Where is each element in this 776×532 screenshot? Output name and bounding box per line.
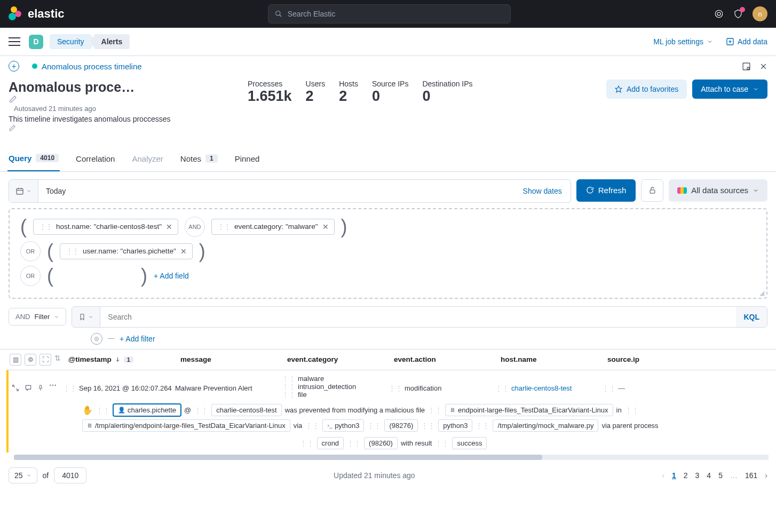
sort-icon[interactable]: ⇅ xyxy=(54,354,61,366)
page-number[interactable]: 4 xyxy=(707,471,711,480)
nav-toggle-icon[interactable] xyxy=(9,37,20,46)
pid-token[interactable]: (98276) xyxy=(384,419,418,432)
more-actions-icon[interactable] xyxy=(49,384,57,392)
drag-handle-icon[interactable]: ⋮⋮ xyxy=(96,406,110,414)
data-sources-button[interactable]: All data sources xyxy=(669,179,767,202)
ml-job-settings-button[interactable]: ML job settings xyxy=(653,37,713,46)
drag-handle-icon[interactable]: ⋮⋮ xyxy=(421,422,435,430)
drag-handle-icon[interactable]: ⋮⋮ xyxy=(625,406,639,414)
tab-correlation[interactable]: Correlation xyxy=(75,148,116,171)
parent-process-token[interactable]: crond xyxy=(317,437,344,449)
col-timestamp[interactable]: @timestamp 1 xyxy=(68,355,180,363)
global-search-input[interactable]: Search Elastic xyxy=(268,4,511,23)
path-token[interactable]: /tmp/alerting/mock_malware.py xyxy=(493,419,598,432)
process-token[interactable]: ›_python3 xyxy=(322,419,364,432)
page-number[interactable]: 1 xyxy=(672,471,676,480)
drag-handle-icon[interactable]: ⋮⋮ xyxy=(66,247,78,256)
new-timeline-button[interactable]: + xyxy=(9,61,19,72)
drag-handle-icon[interactable]: ⋮⋮ xyxy=(282,391,296,399)
col-host-name[interactable]: host.name xyxy=(501,355,607,363)
drag-handle-icon[interactable]: ⋮⋮ xyxy=(602,384,616,392)
user-avatar[interactable]: n xyxy=(753,6,767,21)
drag-handle-icon[interactable]: ⋮⋮ xyxy=(347,439,361,447)
result-token[interactable]: success xyxy=(452,437,487,449)
pin-row-icon[interactable] xyxy=(37,384,44,392)
page-number[interactable]: 2 xyxy=(684,471,688,480)
tab-pinned[interactable]: Pinned xyxy=(234,148,261,171)
drag-handle-icon[interactable]: ⋮⋮ xyxy=(217,223,230,231)
col-event-category[interactable]: event.category xyxy=(287,355,394,363)
drag-handle-icon[interactable]: ⋮⋮ xyxy=(194,406,208,414)
show-dates-link[interactable]: Show dates xyxy=(514,187,571,195)
saved-query-icon[interactable] xyxy=(72,307,100,327)
timeline-title-link[interactable]: Anomalous process timeline xyxy=(42,62,142,71)
add-filter-link[interactable]: + Add filter xyxy=(120,335,155,343)
file-token[interactable]: 🗎endpoint-large-files_TestData_EicarVari… xyxy=(445,404,613,416)
filter-chip-eventcategory[interactable]: ⋮⋮ event.category: "malware" ✕ xyxy=(211,219,335,235)
horizontal-scrollbar[interactable] xyxy=(14,455,769,460)
resize-handle-icon[interactable]: ◢ xyxy=(759,289,764,297)
host-link[interactable]: charlie-centos8-test xyxy=(511,384,572,392)
elastic-logo[interactable]: elastic xyxy=(9,6,65,21)
page-number[interactable]: 3 xyxy=(695,471,700,480)
filter-chip-username[interactable]: ⋮⋮ user.name: "charles.pichette" ✕ xyxy=(60,243,193,259)
add-to-favorites-button[interactable]: Add to favorites xyxy=(606,80,687,99)
breadcrumb-security[interactable]: Security xyxy=(50,34,95,49)
host-token[interactable]: charlie-centos8-test xyxy=(211,404,281,416)
remove-chip-icon[interactable]: ✕ xyxy=(322,223,329,231)
close-flyout-icon[interactable] xyxy=(759,62,767,70)
remove-chip-icon[interactable]: ✕ xyxy=(166,223,172,231)
tab-analyzer[interactable]: Analyzer xyxy=(131,148,164,171)
operator-or[interactable]: OR xyxy=(20,241,41,261)
tab-notes[interactable]: Notes 1 xyxy=(179,148,219,171)
drag-handle-icon[interactable]: ⋮⋮ xyxy=(282,375,296,383)
drag-handle-icon[interactable]: ⋮⋮ xyxy=(300,439,314,447)
notes-row-icon[interactable] xyxy=(25,384,32,392)
drag-handle-icon[interactable]: ⋮⋮ xyxy=(282,383,296,391)
calendar-icon[interactable] xyxy=(9,180,38,202)
filter-chip-hostname[interactable]: ⋮⋮ host.name: "charlie-centos8-test" ✕ xyxy=(33,219,178,235)
operator-and[interactable]: AND xyxy=(185,217,205,237)
table-settings-icon[interactable]: ⚙ xyxy=(25,354,36,366)
page-size-selector[interactable]: 25 xyxy=(9,467,37,483)
drag-handle-icon[interactable]: ⋮⋮ xyxy=(435,439,449,447)
tab-query[interactable]: Query 4010 xyxy=(7,148,60,171)
col-source-ip[interactable]: source.ip xyxy=(607,355,671,363)
drag-handle-icon[interactable]: ⋮⋮ xyxy=(367,422,381,430)
operator-or[interactable]: OR xyxy=(20,266,41,286)
drag-handle-icon[interactable]: ⋮⋮ xyxy=(63,384,77,392)
fullscreen-icon[interactable]: ⛶ xyxy=(39,354,51,366)
expand-timeline-icon[interactable] xyxy=(742,62,751,71)
space-badge[interactable]: D xyxy=(29,35,43,49)
page-number-last[interactable]: 161 xyxy=(745,471,757,480)
col-message[interactable]: message xyxy=(180,355,287,363)
add-field-link[interactable]: + Add field xyxy=(154,272,189,280)
date-range-picker[interactable]: Today Show dates xyxy=(9,179,571,203)
attach-to-case-button[interactable]: Attach to case xyxy=(692,80,767,99)
help-icon[interactable] xyxy=(714,9,724,19)
and-filter-pill[interactable]: AND Filter xyxy=(9,308,66,325)
path-token[interactable]: 🗎/tmp/alerting/endpoint-large-files_Test… xyxy=(82,419,290,432)
drag-handle-icon[interactable]: ⋮⋮ xyxy=(495,384,509,392)
page-number[interactable]: 5 xyxy=(718,471,723,480)
user-token[interactable]: 👤charles.pichette xyxy=(113,404,181,416)
drag-handle-icon[interactable]: ⋮⋮ xyxy=(428,406,442,414)
breadcrumb-alerts[interactable]: Alerts xyxy=(91,34,130,49)
lock-datepicker-button[interactable] xyxy=(641,179,663,202)
col-event-action[interactable]: event.action xyxy=(394,355,501,363)
drag-handle-icon[interactable]: ⋮⋮ xyxy=(305,422,319,430)
query-builder[interactable]: ( ⋮⋮ host.name: "charlie-centos8-test" ✕… xyxy=(9,208,767,299)
field-browser-icon[interactable]: ▥ xyxy=(10,354,21,366)
next-page-icon[interactable]: › xyxy=(765,471,767,480)
add-data-button[interactable]: Add data xyxy=(726,37,767,46)
drag-handle-icon[interactable]: ⋮⋮ xyxy=(39,223,52,231)
drag-handle-icon[interactable]: ⋮⋮ xyxy=(476,422,489,430)
scroll-thumb[interactable] xyxy=(14,455,542,460)
edit-description-icon[interactable] xyxy=(9,124,238,132)
parent-pid-token[interactable]: (98260) xyxy=(364,437,398,449)
refresh-button[interactable]: Refresh xyxy=(576,179,636,202)
kql-input[interactable] xyxy=(100,307,736,327)
remove-chip-icon[interactable]: ✕ xyxy=(180,247,187,256)
expand-row-icon[interactable] xyxy=(12,384,19,392)
edit-title-icon[interactable] xyxy=(9,95,238,104)
